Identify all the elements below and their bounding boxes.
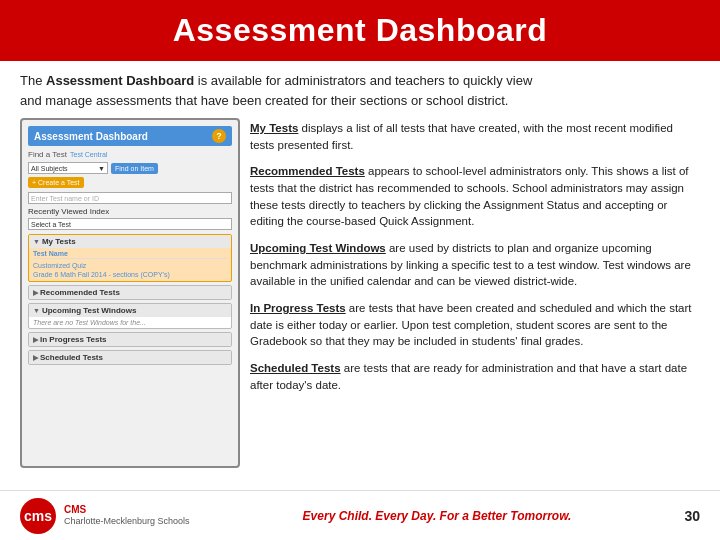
ss-expand-icon-3: ▼	[33, 307, 40, 314]
ss-expand-icon-2: ▶	[33, 289, 38, 297]
scheduled-link: Scheduled Tests	[250, 362, 341, 374]
ss-upcoming-label: Upcoming Test Windows	[42, 306, 136, 315]
ss-expand-icon: ▼	[33, 238, 40, 245]
ss-enter-test-row: Enter Test name or ID	[28, 192, 232, 204]
ss-subjects-dropdown[interactable]: All Subjects ▼	[28, 162, 108, 174]
ss-my-tests-section: ▼ My Tests Test Name Customized Quiz Gra…	[28, 234, 232, 282]
footer-tagline: Every Child. Every Day. For a Better Tom…	[303, 509, 572, 523]
logo-initials: cms	[24, 508, 52, 524]
ss-test-name-input[interactable]: Enter Test name or ID	[28, 192, 232, 204]
ss-title: Assessment Dashboard	[34, 131, 148, 142]
recommended-tests-link: Recommended Tests	[250, 165, 365, 177]
ss-upcoming-section: ▼ Upcoming Test Windows There are no Tes…	[28, 303, 232, 329]
ss-select-test[interactable]: Select a Test	[28, 218, 232, 230]
intro-text: The Assessment Dashboard is available fo…	[0, 61, 720, 118]
upcoming-windows-description: Upcoming Test Windows are used by distri…	[250, 240, 700, 290]
my-tests-text: displays a list of all tests that have c…	[250, 122, 673, 151]
header: Assessment Dashboard	[0, 0, 720, 61]
ss-my-tests-header[interactable]: ▼ My Tests	[29, 235, 231, 248]
ss-test-row-1[interactable]: Customized Quiz	[33, 261, 227, 270]
ss-scheduled-section: ▶ Scheduled Tests	[28, 350, 232, 365]
main-content: Assessment Dashboard ? Find a Test Test …	[0, 118, 720, 468]
ss-scheduled-label: Scheduled Tests	[40, 353, 103, 362]
ss-create-row: + Create a Test	[28, 177, 232, 188]
ss-subjects-label: All Subjects	[31, 165, 98, 172]
ss-expand-icon-4: ▶	[33, 336, 38, 344]
intro-line2: and manage assessments that have been cr…	[20, 93, 508, 108]
ss-scheduled-header[interactable]: ▶ Scheduled Tests	[29, 351, 231, 364]
intro-line1: The Assessment Dashboard is available fo…	[20, 73, 532, 88]
ss-my-tests-label: My Tests	[42, 237, 76, 246]
upcoming-windows-link: Upcoming Test Windows	[250, 242, 386, 254]
ss-inprogress-header[interactable]: ▶ In Progress Tests	[29, 333, 231, 346]
ss-test-central-label: Test Central	[70, 151, 107, 158]
logo-circle: cms	[20, 498, 56, 534]
ss-recommended-section: ▶ Recommended Tests	[28, 285, 232, 300]
ss-find-item-btn[interactable]: Find on Item	[111, 163, 158, 174]
ss-help-icon[interactable]: ?	[212, 129, 226, 143]
recommended-tests-description: Recommended Tests appears to school-leve…	[250, 163, 700, 230]
ss-no-windows-text: There are no Test Windows for the...	[29, 317, 231, 328]
ss-col-header: Test Name	[33, 250, 227, 259]
ss-inprogress-label: In Progress Tests	[40, 335, 107, 344]
logo-text: CMS Charlotte-Mecklenburg Schools	[64, 503, 190, 528]
ss-recently-viewed: Recently Viewed Index	[28, 207, 232, 216]
ss-subjects-row: All Subjects ▼ Find on Item	[28, 162, 232, 174]
ss-find-test-label: Find a Test	[28, 150, 67, 159]
ss-create-test-btn[interactable]: + Create a Test	[28, 177, 84, 188]
screenshot-panel: Assessment Dashboard ? Find a Test Test …	[20, 118, 240, 468]
ss-inprogress-section: ▶ In Progress Tests	[28, 332, 232, 347]
ss-expand-icon-5: ▶	[33, 354, 38, 362]
my-tests-description: My Tests displays a list of all tests th…	[250, 120, 700, 153]
ss-title-bar: Assessment Dashboard ?	[28, 126, 232, 146]
ss-my-tests-body: Test Name Customized Quiz Grade 6 Math F…	[29, 248, 231, 281]
footer: cms CMS Charlotte-Mecklenburg Schools Ev…	[0, 490, 720, 540]
ss-find-test-row: Find a Test Test Central	[28, 150, 232, 159]
logo-subtext: Charlotte-Mecklenburg Schools	[64, 516, 190, 528]
description-box: My Tests displays a list of all tests th…	[250, 118, 700, 468]
inprogress-link: In Progress Tests	[250, 302, 346, 314]
ss-test-row-2[interactable]: Grade 6 Math Fall 2014 - sections (COPY'…	[33, 270, 227, 279]
footer-page-number: 30	[684, 508, 700, 524]
page-title: Assessment Dashboard	[173, 12, 548, 48]
ss-upcoming-header[interactable]: ▼ Upcoming Test Windows	[29, 304, 231, 317]
inprogress-description: In Progress Tests are tests that have be…	[250, 300, 700, 350]
ss-recommended-label: Recommended Tests	[40, 288, 120, 297]
my-tests-link: My Tests	[250, 122, 298, 134]
footer-logo: cms CMS Charlotte-Mecklenburg Schools	[20, 498, 190, 534]
ss-recommended-header[interactable]: ▶ Recommended Tests	[29, 286, 231, 299]
scheduled-description: Scheduled Tests are tests that are ready…	[250, 360, 700, 393]
